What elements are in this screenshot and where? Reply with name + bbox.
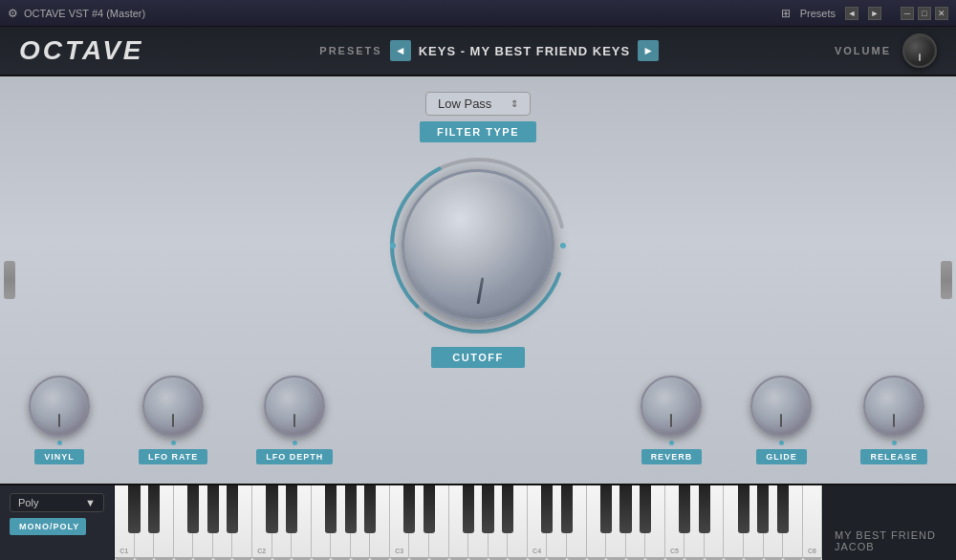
nav-prev-button[interactable]: ◄: [845, 7, 858, 20]
white-key-e5[interactable]: [705, 485, 725, 560]
white-key-f3[interactable]: [449, 485, 469, 560]
reverb-knob[interactable]: [641, 376, 702, 437]
knob-unit-lfo-depth: LFO DEPTH: [256, 376, 333, 464]
title-bar: ⚙ OCTAVE VST #4 (Master) ⊞ Presets ◄ ► ─…: [0, 0, 956, 27]
title-bar-left: ⚙ OCTAVE VST #4 (Master): [8, 7, 145, 20]
white-key-b1[interactable]: [232, 485, 252, 560]
knob-unit-lfo-rate: LFO RATE: [139, 376, 207, 464]
knob-unit-glide: GLIDE: [750, 376, 812, 464]
side-handle-right: [941, 261, 952, 299]
piano-keys-inner: .wk { flex:1; background:linear-gradient…: [115, 485, 822, 560]
window-title: OCTAVE VST #4 (Master): [24, 8, 145, 19]
lfo-rate-dot: [171, 441, 176, 445]
white-key-f2[interactable]: [312, 485, 332, 560]
logo: OCTAVE: [19, 35, 144, 66]
white-key-a1[interactable]: [213, 485, 233, 560]
minimize-button[interactable]: ─: [901, 7, 914, 20]
white-key-c6[interactable]: C6: [803, 485, 822, 560]
grid-icon: ⊞: [781, 7, 791, 20]
knob-unit-reverb: REVERB: [641, 376, 702, 464]
volume-section: VOLUME: [835, 33, 937, 68]
lfo-rate-label-button[interactable]: LFO RATE: [139, 449, 207, 464]
white-key-d3[interactable]: [409, 485, 429, 560]
preset-prev-button[interactable]: ◄: [390, 40, 411, 61]
vinyl-dot: [57, 441, 62, 445]
white-key-d1[interactable]: [135, 485, 155, 560]
white-key-f5[interactable]: [724, 485, 744, 560]
title-bar-right: ⊞ Presets ◄ ► ─ □ ✕: [781, 7, 948, 20]
glide-knob[interactable]: [750, 376, 812, 437]
white-key-f1[interactable]: [174, 485, 194, 560]
lfo-depth-knob[interactable]: [264, 376, 325, 437]
preset-next-button[interactable]: ►: [638, 40, 659, 61]
white-key-b5[interactable]: [783, 485, 803, 560]
close-button[interactable]: ✕: [935, 7, 948, 20]
window-controls: ─ □ ✕: [901, 7, 948, 20]
nav-next-button[interactable]: ►: [868, 7, 881, 20]
lfo-depth-dot: [293, 441, 297, 445]
white-key-f4[interactable]: [587, 485, 607, 560]
white-key-c3[interactable]: C3: [390, 485, 410, 560]
piano-preset-name: MY BEST FRIEND JACOB: [835, 529, 945, 552]
preset-name: KEYS - MY BEST FRIEND KEYS: [419, 44, 631, 58]
white-key-e4[interactable]: [567, 485, 587, 560]
cutoff-dot-left: [390, 243, 396, 248]
filter-type-button[interactable]: FILTER TYPE: [420, 121, 536, 142]
volume-knob[interactable]: [902, 33, 937, 68]
release-label-button[interactable]: RELEASE: [860, 449, 927, 464]
white-key-d5[interactable]: [684, 485, 705, 560]
white-key-c2[interactable]: C2: [252, 485, 272, 560]
piano-controls: Poly ▼ MONO/POLY: [0, 485, 115, 560]
presets-label: PRESETS: [319, 45, 381, 56]
white-key-g4[interactable]: [606, 485, 626, 560]
white-key-g2[interactable]: [331, 485, 351, 560]
cutoff-section: CUTOFF: [382, 150, 574, 368]
lfo-rate-knob[interactable]: [142, 376, 204, 437]
glide-label-button[interactable]: GLIDE: [756, 449, 807, 464]
gear-icon: ⚙: [8, 7, 18, 20]
white-key-g1[interactable]: [193, 485, 213, 560]
white-key-d2[interactable]: [272, 485, 293, 560]
release-dot: [892, 441, 897, 445]
white-key-e1[interactable]: [154, 485, 174, 560]
cutoff-knob-container: [382, 150, 574, 341]
white-key-c5[interactable]: C5: [665, 485, 685, 560]
main-content: Low Pass ⇕ FILTER TYPE: [0, 76, 956, 484]
reverb-dot: [669, 441, 674, 445]
release-knob[interactable]: [863, 376, 924, 437]
white-key-e3[interactable]: [429, 485, 449, 560]
side-handle-left: [4, 261, 15, 299]
white-key-g5[interactable]: [744, 485, 764, 560]
poly-value: Poly: [18, 497, 38, 508]
poly-arrow-icon: ▼: [85, 497, 96, 508]
white-key-b3[interactable]: [508, 485, 528, 560]
maximize-button[interactable]: □: [918, 7, 931, 20]
header-bar: OCTAVE PRESETS ◄ KEYS - MY BEST FRIEND K…: [0, 27, 956, 76]
white-key-a4[interactable]: [626, 485, 646, 560]
filter-type-dropdown[interactable]: Low Pass ⇕: [425, 92, 531, 116]
piano-keys[interactable]: .wk { flex:1; background:linear-gradient…: [115, 485, 822, 560]
white-key-e2[interactable]: [292, 485, 312, 560]
white-key-c1[interactable]: C1: [115, 485, 135, 560]
reverb-label-button[interactable]: REVERB: [641, 449, 703, 464]
white-key-d4[interactable]: [547, 485, 567, 560]
white-key-g3[interactable]: [468, 485, 489, 560]
white-key-b2[interactable]: [370, 485, 390, 560]
mono-poly-button[interactable]: MONO/POLY: [10, 518, 86, 535]
white-key-a5[interactable]: [764, 485, 784, 560]
preset-section: PRESETS ◄ KEYS - MY BEST FRIEND KEYS ►: [319, 40, 659, 61]
knobs-row: VINYL LFO RATE LFO DEPTH REV: [19, 376, 937, 464]
cutoff-button[interactable]: CUTOFF: [431, 347, 524, 368]
white-key-a3[interactable]: [489, 485, 509, 560]
knob-unit-vinyl: VINYL: [29, 376, 90, 464]
white-key-a2[interactable]: [351, 485, 371, 560]
cutoff-knob[interactable]: [402, 169, 554, 322]
presets-label-title: Presets: [800, 8, 836, 19]
white-key-b4[interactable]: [645, 485, 665, 560]
lfo-depth-label-button[interactable]: LFO DEPTH: [256, 449, 333, 464]
vinyl-label-button[interactable]: VINYL: [34, 449, 84, 464]
dropdown-arrow-icon: ⇕: [511, 98, 518, 109]
vinyl-knob[interactable]: [29, 376, 90, 437]
white-key-c4[interactable]: C4: [528, 485, 548, 560]
poly-dropdown[interactable]: Poly ▼: [10, 493, 104, 512]
